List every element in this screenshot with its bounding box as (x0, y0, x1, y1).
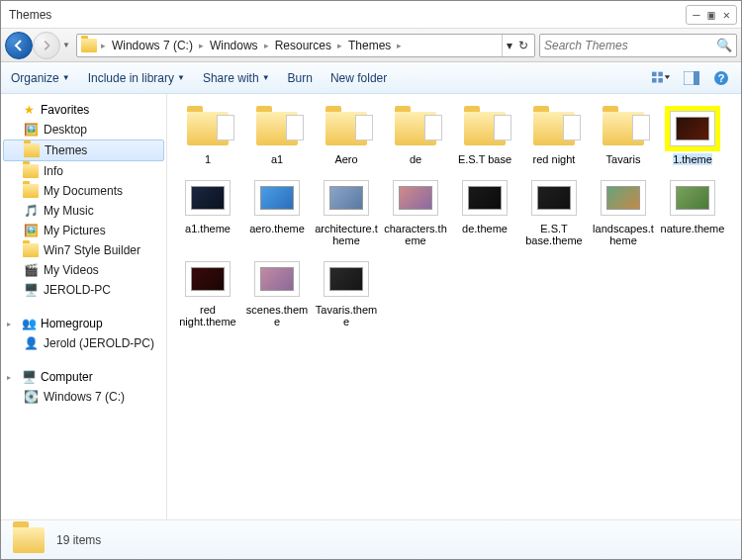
file-item[interactable]: characters.theme (381, 175, 450, 246)
sidebar-item[interactable]: 💽Windows 7 (C:) (1, 387, 166, 407)
folder-item[interactable]: E.S.T base (450, 106, 519, 165)
file-item[interactable]: Tavaris.theme (312, 256, 381, 327)
search-box[interactable]: 🔍 (539, 34, 737, 57)
burn-button[interactable]: Burn (288, 71, 313, 85)
sidebar-item[interactable]: My Documents (1, 181, 166, 201)
minimize-button[interactable]: — (693, 8, 699, 22)
help-icon: ? (713, 70, 729, 86)
chevron-down-icon: ▼ (62, 73, 70, 82)
user-icon: 👤 (23, 335, 39, 351)
item-thumbnail (319, 106, 374, 151)
sidebar-item[interactable]: Win7 Style Builder (1, 240, 166, 260)
history-dropdown[interactable]: ▼ (60, 41, 72, 49)
item-count: 19 items (56, 533, 101, 547)
item-label: red night.theme (175, 304, 240, 327)
search-input[interactable] (544, 39, 716, 52)
help-button[interactable]: ? (711, 70, 731, 86)
address-dropdown[interactable]: ▾ (507, 39, 512, 52)
item-label: de.theme (462, 223, 508, 234)
folder-icon: 🖼️ (23, 122, 39, 138)
folder-icon (24, 142, 40, 158)
view-options-button[interactable] (652, 70, 672, 86)
chevron-right-icon[interactable]: ▸ (197, 41, 206, 50)
sidebar-item-label: JEROLD-PC (44, 283, 111, 297)
titlebar[interactable]: Themes — ▣ ✕ (1, 1, 741, 29)
svg-rect-2 (652, 78, 657, 83)
folder-icon: 🖼️ (23, 223, 39, 238)
folder-icon: 🖥️ (23, 282, 39, 298)
sidebar-item-label: Jerold (JEROLD-PC) (44, 336, 154, 350)
item-thumbnail (388, 175, 443, 221)
chevron-right-icon[interactable]: ▸ (262, 41, 271, 50)
sidebar-item[interactable]: 🎬My Videos (1, 260, 166, 280)
chevron-right-icon[interactable]: ▸ (335, 41, 344, 50)
item-label: 1 (205, 153, 211, 165)
item-thumbnail (180, 175, 235, 221)
file-item[interactable]: de.theme (450, 175, 519, 246)
homegroup-header[interactable]: ▸ 👥 Homegroup (1, 314, 166, 333)
view-icon (652, 71, 672, 85)
back-button[interactable] (5, 32, 33, 59)
file-item[interactable]: nature.theme (658, 175, 727, 246)
file-item[interactable]: aero.theme (242, 175, 312, 246)
item-label: E.S.T base (458, 153, 511, 165)
breadcrumb-segment[interactable]: Windows 7 (C:) (108, 39, 197, 52)
sidebar-item[interactable]: Info (1, 161, 166, 181)
folder-item[interactable]: Tavaris (589, 106, 658, 165)
share-with-button[interactable]: Share with▼ (203, 71, 270, 85)
close-button[interactable]: ✕ (723, 8, 730, 22)
sidebar-item[interactable]: 👤Jerold (JEROLD-PC) (1, 333, 166, 353)
chevron-right-icon: ▸ (7, 373, 17, 382)
breadcrumb-segment[interactable]: Windows (206, 39, 262, 52)
refresh-button[interactable]: ↻ (518, 39, 528, 52)
item-label: scenes.theme (244, 304, 310, 327)
sidebar-item[interactable]: 🖥️JEROLD-PC (1, 280, 166, 300)
window-title: Themes (9, 8, 51, 22)
breadcrumb-segment[interactable]: Resources (271, 39, 335, 52)
breadcrumb-segment[interactable]: Themes (344, 39, 395, 52)
sidebar-item[interactable]: 🖼️Desktop (1, 120, 166, 140)
forward-button[interactable] (33, 32, 60, 59)
chevron-right-icon[interactable]: ▸ (395, 41, 404, 50)
search-icon[interactable]: 🔍 (716, 38, 732, 52)
favorites-header[interactable]: ★ Favorites (1, 100, 166, 120)
sidebar-item[interactable]: Themes (3, 140, 164, 161)
item-label: red night (533, 153, 576, 165)
file-item[interactable]: landscapes.theme (589, 175, 658, 246)
file-item[interactable]: 1.theme (658, 106, 727, 165)
sidebar-item[interactable]: 🎵My Music (1, 201, 166, 221)
item-label: landscapes.theme (591, 223, 656, 246)
include-library-button[interactable]: Include in library▼ (88, 71, 185, 85)
window-controls: — ▣ ✕ (686, 5, 737, 25)
organize-button[interactable]: Organize▼ (11, 71, 70, 85)
folder-item[interactable]: Aero (312, 106, 381, 165)
file-list[interactable]: 1a1AerodeE.S.T basered nightTavaris1.the… (167, 94, 741, 519)
homegroup-group: ▸ 👥 Homegroup 👤Jerold (JEROLD-PC) (1, 314, 166, 353)
chevron-right-icon[interactable]: ▸ (99, 41, 108, 50)
folder-icon (13, 527, 45, 553)
item-label: architecture.theme (314, 223, 379, 246)
preview-pane-icon (684, 71, 699, 85)
folder-item[interactable]: de (381, 106, 450, 165)
sidebar-item[interactable]: 🖼️My Pictures (1, 221, 166, 240)
folder-item[interactable]: 1 (173, 106, 242, 165)
navigation-pane[interactable]: ★ Favorites 🖼️DesktopThemesInfoMy Docume… (1, 94, 167, 519)
preview-pane-button[interactable] (682, 70, 701, 86)
address-bar[interactable]: ▸ Windows 7 (C:) ▸ Windows ▸ Resources ▸… (76, 34, 535, 57)
file-item[interactable]: scenes.theme (242, 256, 312, 327)
file-item[interactable]: a1.theme (173, 175, 242, 246)
arrow-right-icon (41, 40, 52, 51)
maximize-button[interactable]: ▣ (708, 8, 715, 22)
computer-icon: 🖥️ (21, 369, 37, 385)
computer-list: 💽Windows 7 (C:) (1, 387, 166, 407)
details-pane: 19 items (1, 519, 741, 559)
file-item[interactable]: architecture.theme (312, 175, 381, 246)
folder-item[interactable]: red night (519, 106, 589, 165)
item-label: de (410, 153, 421, 165)
file-item[interactable]: red night.theme (173, 256, 242, 327)
folder-item[interactable]: a1 (242, 106, 312, 165)
computer-header[interactable]: ▸ 🖥️ Computer (1, 367, 166, 387)
svg-text:?: ? (718, 72, 725, 84)
new-folder-button[interactable]: New folder (330, 71, 387, 85)
file-item[interactable]: E.S.T base.theme (519, 175, 589, 246)
